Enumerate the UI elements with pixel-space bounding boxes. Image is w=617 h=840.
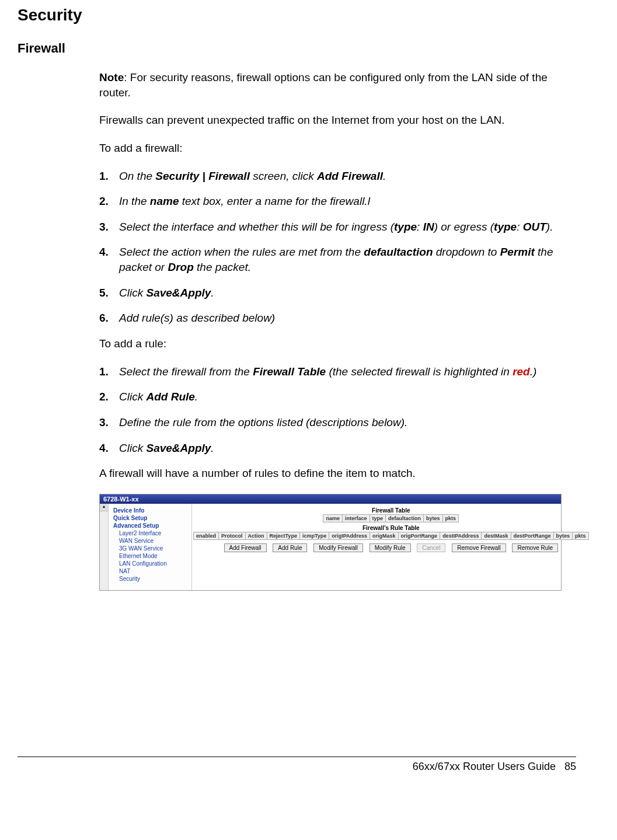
step-num: 3. [99, 219, 119, 235]
col-icmptype: icmpType [299, 532, 329, 539]
col-origmask: origMask [370, 532, 399, 539]
col-protocol: Protocol [219, 532, 246, 539]
sidebar: Device Info Quick Setup Advanced Setup L… [109, 504, 192, 590]
col-pkts2: pkts [573, 532, 589, 539]
sidebar-item-3g-wan[interactable]: 3G WAN Service [119, 545, 189, 552]
step-text: Select the firewall from the Firewall Ta… [119, 364, 576, 379]
step-text: Select the interface and whether this wi… [119, 219, 576, 235]
footer-text: 66xx/67xx Router Users Guide [413, 761, 556, 772]
firewall-table-title: Firewall Table [193, 507, 589, 514]
sidebar-item-device-info[interactable]: Device Info [113, 507, 189, 514]
tail-paragraph: A firewall will have a number of rules t… [99, 466, 576, 481]
col-destmask: destMask [482, 532, 511, 539]
col-interface: interface [342, 514, 369, 522]
col-destip: destIPAddress [440, 532, 482, 539]
col-destport: destPortRange [511, 532, 553, 539]
step-num: 6. [99, 311, 119, 326]
step-text: Click Add Rule. [119, 389, 576, 405]
page-number: 85 [564, 761, 576, 772]
note-label: Note [99, 71, 124, 83]
note-paragraph: Note: For security reasons, firewall opt… [99, 70, 576, 100]
sidebar-item-nat[interactable]: NAT [119, 568, 189, 574]
button-row: Add Firewall Add Rule Modify Firewall Mo… [193, 543, 589, 552]
sidebar-item-advanced-setup[interactable]: Advanced Setup [113, 522, 189, 529]
col-bytes: bytes [424, 514, 443, 522]
fw-step-6: 6. Add rule(s) as described below) [99, 311, 576, 326]
sidebar-item-security[interactable]: Security [119, 576, 189, 582]
window-titlebar: 6728-W1-xx [100, 494, 561, 504]
step-text: In the name text box, enter a name for t… [119, 194, 576, 209]
add-rule-heading: To add a rule: [99, 336, 576, 351]
add-firewall-heading: To add a firewall: [99, 141, 576, 156]
add-firewall-button[interactable]: Add Firewall [224, 543, 267, 552]
col-rejecttype: RejectType [267, 532, 299, 539]
fw-step-2: 2. In the name text box, enter a name fo… [99, 194, 576, 209]
step-num: 3. [99, 415, 119, 430]
page-title-security: Security [18, 6, 576, 25]
page-footer: 66xx/67xx Router Users Guide 85 [18, 757, 576, 773]
rule-table: enabled Protocol Action RejectType icmpT… [193, 532, 589, 540]
step-text: Select the action when the rules are met… [119, 245, 576, 274]
step-text: Define the rule from the options listed … [119, 415, 576, 430]
fw-step-5: 5. Click Save&Apply. [99, 285, 576, 301]
fw-step-1: 1. On the Security | Firewall screen, cl… [99, 169, 576, 184]
step-num: 4. [99, 441, 119, 456]
remove-rule-button[interactable]: Remove Rule [512, 543, 558, 552]
step-text: Click Save&Apply. [119, 441, 576, 456]
step-text: Add rule(s) as described below) [119, 311, 576, 326]
col-action: Action [245, 532, 267, 539]
step-text: Click Save&Apply. [119, 285, 576, 301]
step-text: On the Security | Firewall screen, click… [119, 169, 576, 184]
sidebar-item-layer2[interactable]: Layer2 Interface [119, 530, 189, 536]
scroll-up-icon[interactable]: ▴ [100, 504, 108, 511]
firewall-table: name interface type defaultaction bytes … [323, 514, 459, 522]
rule-step-1: 1. Select the firewall from the Firewall… [99, 364, 576, 379]
modify-firewall-button[interactable]: Modify Firewall [313, 543, 363, 552]
step-num: 1. [99, 169, 119, 184]
col-origip: origIPAddress [329, 532, 370, 539]
rule-table-title: Firewall's Rule Table [193, 525, 589, 531]
fw-step-4: 4. Select the action when the rules are … [99, 245, 576, 274]
sidebar-item-lan-config[interactable]: LAN Configuration [119, 560, 189, 567]
embedded-screenshot: 6728-W1-xx ▴ Device Info Quick Setup Adv… [99, 494, 562, 591]
col-bytes2: bytes [553, 532, 573, 539]
step-num: 4. [99, 245, 119, 274]
step-num: 2. [99, 194, 119, 209]
modify-rule-button[interactable]: Modify Rule [369, 543, 411, 552]
scrollbar[interactable]: ▴ [100, 504, 109, 590]
note-text: : For security reasons, firewall options… [99, 71, 548, 99]
cancel-button[interactable]: Cancel [417, 543, 445, 552]
sidebar-item-ethernet-mode[interactable]: Ethernet Mode [119, 553, 189, 559]
step-num: 2. [99, 389, 119, 405]
step-num: 5. [99, 285, 119, 301]
section-title-firewall: Firewall [18, 41, 576, 56]
col-defaultaction: defaultaction [386, 514, 424, 522]
intro-paragraph: Firewalls can prevent unexpected traffic… [99, 113, 576, 128]
fw-step-3: 3. Select the interface and whether this… [99, 219, 576, 235]
col-type: type [369, 514, 386, 522]
rule-step-2: 2. Click Add Rule. [99, 389, 576, 405]
sidebar-item-wan-service[interactable]: WAN Service [119, 538, 189, 544]
col-enabled: enabled [194, 532, 219, 539]
sidebar-item-quick-setup[interactable]: Quick Setup [113, 515, 189, 521]
main-panel: Firewall Table name interface type defau… [192, 504, 590, 590]
rule-step-3: 3. Define the rule from the options list… [99, 415, 576, 430]
col-pkts: pkts [442, 514, 459, 522]
remove-firewall-button[interactable]: Remove Firewall [452, 543, 506, 552]
col-origport: origPortRange [398, 532, 440, 539]
col-name: name [323, 514, 343, 522]
add-rule-button[interactable]: Add Rule [273, 543, 307, 552]
rule-step-4: 4. Click Save&Apply. [99, 441, 576, 456]
step-num: 1. [99, 364, 119, 379]
